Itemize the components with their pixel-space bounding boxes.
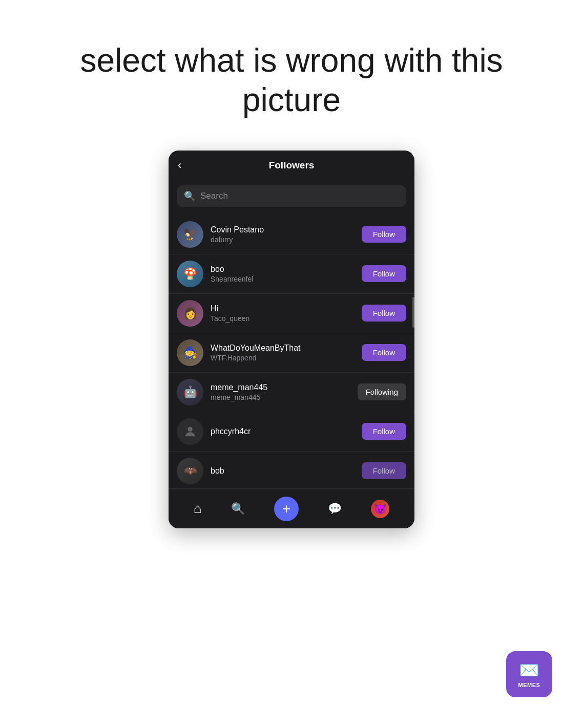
avatar: [177, 418, 203, 445]
followers-list: 🦅 Covin Pestano dafurry Follow 🍄 boo Sne…: [169, 215, 414, 489]
avatar-emoji: 🦇: [183, 464, 197, 478]
page-title: select what is wrong with this picture: [0, 0, 583, 151]
person-icon: [183, 424, 197, 439]
user-info: meme_man445 meme_man445: [211, 383, 350, 401]
avatar: 🦇: [177, 458, 203, 484]
user-info: bob: [211, 466, 355, 476]
search-placeholder: Search: [200, 191, 228, 201]
avatar-emoji: 🧙: [183, 346, 197, 359]
chat-icon: 💬: [328, 502, 342, 516]
follow-button[interactable]: Follow: [362, 423, 406, 440]
user-name: WhatDoYouMeanByThat: [211, 344, 355, 353]
avatar: 🍄: [177, 261, 203, 287]
user-handle: dafurry: [211, 235, 355, 244]
user-name: phccyrh4cr: [211, 427, 355, 436]
nav-home[interactable]: ⌂: [194, 501, 202, 517]
home-icon: ⌂: [194, 501, 202, 517]
header-title: Followers: [269, 160, 315, 171]
avatar-emoji: 🦅: [183, 228, 197, 241]
nav-add-button[interactable]: +: [274, 497, 299, 521]
user-info: Covin Pestano dafurry: [211, 225, 355, 244]
user-name: meme_man445: [211, 383, 350, 392]
user-handle: Sneanreenfel: [211, 275, 355, 283]
memes-badge[interactable]: ✉️ MEMES: [506, 651, 552, 697]
back-button[interactable]: ‹: [178, 159, 181, 172]
search-bar-container: 🔍 Search: [169, 180, 414, 215]
user-info: Hi Taco_queen: [211, 304, 355, 323]
table-row: phccyrh4cr Follow: [169, 412, 414, 452]
user-info: boo Sneanreenfel: [211, 265, 355, 283]
svg-point-0: [188, 426, 192, 431]
user-info: phccyrh4cr: [211, 427, 355, 436]
user-name: Covin Pestano: [211, 225, 355, 234]
memes-envelope-icon: ✉️: [519, 660, 539, 680]
follow-button[interactable]: Follow: [362, 305, 406, 322]
avatar-emoji: 🤖: [183, 386, 197, 399]
bottom-nav: ⌂ 🔍 + 💬 😈: [169, 489, 414, 528]
avatar: 🧙: [177, 339, 203, 366]
user-handle: Taco_queen: [211, 314, 355, 323]
nav-profile[interactable]: 😈: [371, 500, 389, 518]
scrollbar-thumb[interactable]: [412, 297, 414, 328]
user-handle: meme_man445: [211, 393, 350, 401]
avatar: 🤖: [177, 379, 203, 405]
phone-header: ‹ Followers: [169, 151, 414, 180]
avatar-emoji: 👩: [183, 307, 197, 320]
search-bar[interactable]: 🔍 Search: [177, 185, 406, 207]
plus-icon: +: [282, 502, 290, 516]
follow-button[interactable]: Follow: [362, 265, 406, 282]
table-row: 🧙 WhatDoYouMeanByThat WTF.Happend Follow: [169, 333, 414, 373]
following-button[interactable]: Following: [358, 383, 406, 400]
nav-search[interactable]: 🔍: [231, 502, 245, 516]
profile-icon: 😈: [374, 503, 387, 515]
avatar-emoji: 🍄: [183, 267, 197, 281]
table-row: 🦅 Covin Pestano dafurry Follow: [169, 215, 414, 254]
memes-label: MEMES: [518, 682, 540, 688]
user-name: Hi: [211, 304, 355, 313]
phone-frame: ‹ Followers 🔍 Search 🦅 Covin Pestano daf…: [169, 151, 414, 528]
follow-button[interactable]: Follow: [362, 344, 406, 361]
table-row: 🦇 bob Follow: [169, 452, 414, 489]
table-row: 🤖 meme_man445 meme_man445 Following: [169, 373, 414, 412]
follow-button-partial[interactable]: Follow: [362, 462, 406, 479]
table-row: 👩 Hi Taco_queen Follow: [169, 294, 414, 333]
search-nav-icon: 🔍: [231, 502, 245, 516]
table-row: 🍄 boo Sneanreenfel Follow: [169, 254, 414, 294]
user-info: WhatDoYouMeanByThat WTF.Happend: [211, 344, 355, 362]
nav-chat[interactable]: 💬: [328, 502, 342, 516]
user-name: boo: [211, 265, 355, 274]
user-handle: WTF.Happend: [211, 354, 355, 362]
avatar: 👩: [177, 300, 203, 327]
search-icon: 🔍: [184, 190, 195, 202]
user-name: bob: [211, 466, 355, 476]
follow-button[interactable]: Follow: [362, 226, 406, 243]
avatar: 🦅: [177, 221, 203, 248]
